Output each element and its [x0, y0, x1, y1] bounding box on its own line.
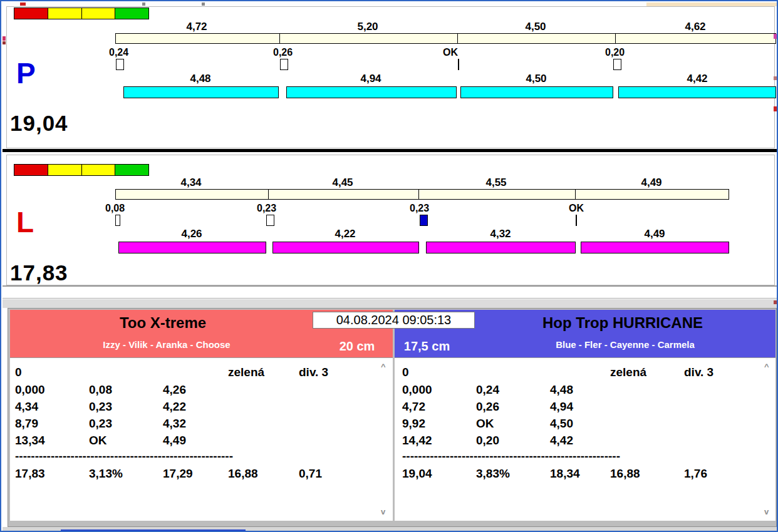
table-cell: 0,000	[15, 383, 45, 397]
lane-p-gap-2: 0,26	[273, 47, 293, 58]
right-team-height-category: 17,5 cm	[397, 339, 457, 354]
indicator-segment-green	[115, 8, 148, 19]
lane-p-split-bar-1	[123, 86, 279, 98]
table-cell: 4,50	[550, 417, 573, 431]
lane-p-sensor-marker-1	[116, 59, 124, 70]
table-cell: 0,000	[402, 383, 432, 397]
table-cell: OK	[89, 434, 107, 448]
track-divider	[615, 34, 616, 43]
indicator-segment-yellow	[82, 8, 116, 19]
indicator-segment-yellow	[48, 165, 82, 175]
lane-l-lower-split-4: 4,49	[623, 228, 686, 240]
table-cell: 4,94	[550, 400, 573, 414]
table-cell: 4,42	[550, 434, 573, 448]
table-cell: 16,88	[610, 467, 640, 481]
lane-l-upper-split-3: 4,55	[465, 176, 527, 189]
scroll-down-icon[interactable]: v	[764, 507, 769, 516]
table-cell: 3,83%	[476, 467, 510, 481]
table-cell: 16,88	[228, 467, 258, 481]
lane-p-sensor-marker-4	[613, 59, 621, 70]
table-cell: 0	[15, 366, 22, 379]
lane-l-split-bar-3	[426, 242, 576, 253]
table-cell: 0,08	[89, 383, 112, 397]
lane-l-gap-1: 0,08	[105, 203, 125, 214]
top-edge-artifact	[202, 3, 205, 6]
lane-l-upper-track	[115, 189, 729, 200]
table-cell: 17,83	[15, 467, 45, 481]
lane-p-split-bar-3	[460, 86, 613, 98]
indicator-segment-red	[14, 165, 48, 175]
lane-divider	[3, 149, 777, 152]
lane-p-sensor-marker-2	[280, 59, 288, 70]
table-cell: 0	[402, 366, 409, 379]
lane-l-total-time: 17,83	[10, 260, 68, 285]
left-edge-artifact	[3, 36, 6, 41]
right-results-table[interactable]: 0 zelená div. 3 0,000 0,24 4,48 4,72 0,2…	[395, 357, 775, 521]
lane-p-lower-split-3: 4,50	[505, 73, 568, 85]
lane-p-upper-split-4: 4,62	[664, 21, 727, 33]
table-cell: 14,42	[402, 434, 432, 448]
lane-l-lower-split-2: 4,22	[314, 228, 376, 240]
lane-l-split-bar-1	[118, 242, 266, 253]
indicator-segment-yellow	[82, 165, 116, 175]
lane-p-sensor-tick-3	[458, 59, 459, 70]
right-edge-artifact	[774, 76, 777, 80]
lane-p-status-indicator	[14, 8, 149, 19]
right-edge-artifact	[774, 106, 777, 111]
left-edge-artifact	[3, 41, 6, 44]
top-edge-artifact	[142, 3, 145, 6]
table-cell: 4,34	[15, 400, 38, 414]
lane-l-gap-4: OK	[564, 203, 589, 214]
track-divider	[418, 190, 419, 199]
lane-p-split-bar-4	[618, 86, 776, 98]
table-cell: div. 3	[299, 366, 328, 379]
left-team-members: Izzy - Vilik - Aranka - Choose	[41, 339, 292, 350]
scroll-down-icon[interactable]: v	[381, 507, 385, 516]
right-edge-artifact	[774, 34, 777, 39]
scroll-up-icon[interactable]: ^	[764, 362, 769, 371]
lane-l-status-indicator	[14, 164, 149, 176]
right-edge-artifact	[774, 300, 777, 304]
lane-p-split-bar-2	[286, 86, 457, 98]
table-cell: 0,26	[476, 400, 499, 414]
table-cell: 17,29	[163, 467, 193, 481]
table-cell: 0,23	[89, 417, 112, 431]
lane-p-total-time: 19,04	[10, 111, 68, 136]
lane-l-lower-split-1: 4,26	[160, 228, 223, 240]
scroll-up-icon[interactable]: ^	[381, 362, 386, 371]
timing-app-window: 4,72 5,20 4,50 4,62 0,24 0,26 OK 0,20 4,…	[0, 0, 778, 532]
table-cell: 9,92	[402, 417, 425, 431]
track-divider	[268, 190, 269, 199]
table-cell: 4,26	[163, 383, 186, 397]
lane-p-upper-split-2: 5,20	[336, 21, 399, 33]
table-cell: 0,23	[89, 400, 112, 414]
lane-p-upper-split-1: 4,72	[165, 21, 228, 33]
lane-l-sensor-marker-1	[115, 215, 120, 226]
left-results-table[interactable]: 0 zelená div. 3 0,000 0,08 4,26 4,34 0,2…	[10, 357, 393, 521]
table-cell: 4,48	[550, 383, 573, 397]
lane-l-letter: L	[16, 208, 34, 237]
lane-p-gap-1: 0,24	[109, 47, 128, 58]
table-cell: 0,20	[476, 434, 499, 448]
indicator-segment-yellow	[48, 8, 82, 19]
table-cell: 19,04	[402, 467, 432, 481]
lane-l-gap-2: 0,23	[257, 203, 276, 214]
table-cell: 13,34	[15, 434, 45, 448]
right-team-members: Blue - Fler - Cayenne - Carmela	[476, 339, 774, 350]
gap-strip	[3, 299, 777, 308]
lane-p-gap-4: 0,20	[605, 47, 625, 58]
table-separator: ----------------------------------------…	[402, 449, 620, 463]
table-cell: 0,24	[476, 383, 499, 397]
track-divider	[279, 34, 280, 43]
right-team-name: Hop Trop HURRICANE	[466, 314, 778, 332]
lane-l-sensor-marker-2	[266, 215, 274, 226]
left-team-height-category: 20 cm	[326, 339, 388, 354]
datetime-display: 04.08.2024 09:05:13	[313, 312, 475, 329]
lane-l-gap-3: 0,23	[410, 203, 429, 214]
lane-l-sensor-tick-4	[576, 215, 577, 226]
table-cell: 8,79	[15, 417, 38, 431]
indicator-segment-green	[115, 165, 148, 175]
lane-p-gap-3: OK	[438, 47, 463, 58]
indicator-segment-red	[14, 8, 48, 19]
table-cell: 4,72	[402, 400, 425, 414]
